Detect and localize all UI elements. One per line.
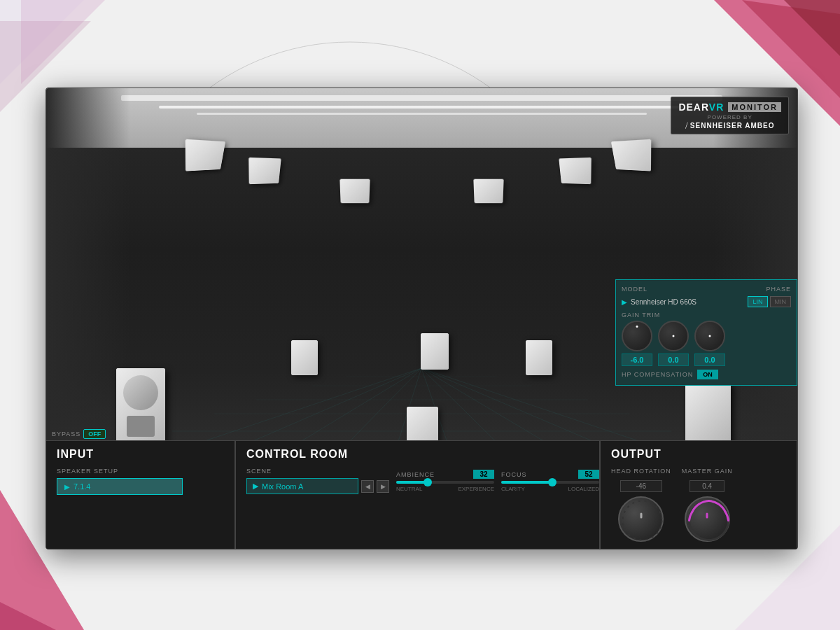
bypass-area: BYPASS OFF (52, 429, 106, 439)
gain-trim-group: -6.0 (622, 321, 652, 366)
logo-area: DEARVR MONITOR POWERED BY ⧸ SENNHEISER A… (671, 97, 789, 134)
speaker-top-left-2 (249, 158, 281, 185)
speaker-mid-left (291, 340, 318, 375)
speaker-setup-label: SPEAKER SETUP (57, 468, 224, 475)
gain-trim-value: -6.0 (622, 354, 652, 366)
speaker-side-left (116, 368, 165, 452)
gain-trim-knob[interactable] (622, 321, 652, 351)
speaker-mid-center (421, 333, 449, 370)
experience-label: EXPERIENCE (458, 486, 494, 492)
knob-indicator (640, 512, 642, 518)
speaker-setup-btn[interactable]: ▶ 7.1.4 (57, 478, 183, 495)
hp-knob3-value: 0.0 (694, 354, 725, 366)
logo-monitor: MONITOR (728, 102, 781, 112)
speaker-top-center-left (340, 179, 370, 204)
master-gain-group: MASTER GAIN 0.4 (682, 468, 733, 542)
hp-panel: MODEL PHASE ▶ Sennheiser HD 660S LIN MIN… (615, 279, 797, 386)
hp-comp-on[interactable]: ON (697, 370, 718, 379)
logo-slash: ⧸ (685, 122, 688, 130)
knob-ticks (620, 498, 665, 543)
bypass-label: BYPASS (52, 430, 80, 438)
bypass-state[interactable]: OFF (83, 429, 106, 439)
plugin-window: DEARVR MONITOR POWERED BY ⧸ SENNHEISER A… (46, 88, 798, 550)
hp-comp-row: HP COMPENSATION ON (622, 370, 791, 379)
model-arrow: ▶ (622, 298, 627, 306)
phase-buttons: LIN MIN (748, 296, 791, 307)
control-room-section: CONTROL ROOM SCENE ▶ Mix Room A ◀ ▶ (236, 441, 600, 549)
input-title: INPUT (57, 448, 224, 461)
output-section: OUTPUT HEAD ROTATION -46 (601, 441, 797, 549)
logo-brand: SENNHEISER AMBEO (690, 122, 775, 130)
scene-selector[interactable]: ▶ Mix Room A (246, 478, 358, 494)
master-gain-label: MASTER GAIN (682, 468, 733, 475)
speaker-top-right-2 (559, 158, 591, 185)
neutral-label: NEUTRAL (396, 486, 422, 492)
speaker-top-right-1 (612, 141, 650, 172)
focus-container: FOCUS 52 CLARITY LOCALIZED (501, 470, 599, 492)
scene-value: Mix Room A (262, 482, 303, 491)
focus-slider[interactable] (501, 481, 599, 484)
model-value: Sennheiser HD 660S (631, 298, 744, 306)
hp-comp-label: HP COMPENSATION (622, 371, 693, 378)
speaker-setup-value: 7.1.4 (74, 482, 90, 491)
master-gain-knob[interactable] (685, 496, 730, 542)
head-rotation-value: -46 (620, 480, 662, 492)
model-label: MODEL (622, 286, 648, 293)
control-panel: INPUT SPEAKER SETUP ▶ 7.1.4 CONTROL ROOM… (46, 440, 797, 549)
ambience-label: AMBIENCE (396, 471, 435, 478)
hp-knob3-group: 0.0 (694, 321, 725, 366)
phase-label: PHASE (766, 286, 791, 293)
ambience-container: AMBIENCE 32 NEUTRAL EXPERIENCE (396, 470, 494, 492)
focus-value: 52 (578, 470, 599, 479)
output-title: OUTPUT (611, 448, 786, 461)
phase-lin-btn[interactable]: LIN (748, 296, 767, 307)
clarity-label: CLARITY (501, 486, 525, 492)
input-section: INPUT SPEAKER SETUP ▶ 7.1.4 (46, 441, 235, 549)
room-viewport: DEARVR MONITOR POWERED BY ⧸ SENNHEISER A… (46, 88, 797, 494)
scene-label: SCENE (246, 468, 389, 475)
control-room-title: CONTROL ROOM (246, 448, 589, 461)
master-gain-value: 0.4 (690, 480, 724, 492)
logo-powered: POWERED BY (678, 114, 781, 120)
scene-arrow: ▶ (253, 482, 258, 491)
output-row: HEAD ROTATION -46 MASTER GA (611, 468, 786, 542)
gain-knob-indicator (706, 512, 708, 518)
focus-label: FOCUS (501, 471, 527, 478)
speaker-top-left-1 (186, 141, 225, 172)
logo-dear: DEARVR (678, 102, 724, 113)
speaker-mid-right (526, 340, 552, 375)
focus-fill (501, 481, 552, 484)
scene-next-btn[interactable]: ▶ (377, 480, 389, 493)
scene-prev-btn[interactable]: ◀ (361, 480, 374, 493)
hp-knob2-value: 0.0 (658, 354, 689, 366)
phase-min-btn[interactable]: MIN (770, 296, 792, 307)
ambience-thumb[interactable] (424, 478, 432, 486)
hp-model-row: ▶ Sennheiser HD 660S LIN MIN (622, 296, 791, 307)
ambience-slider[interactable] (396, 481, 494, 484)
head-rotation-group: HEAD ROTATION -46 (611, 468, 671, 542)
svg-point-28 (623, 501, 662, 540)
knob-ring-svg (686, 498, 732, 543)
head-rotation-label: HEAD ROTATION (611, 468, 671, 475)
hp-knob-row: -6.0 0.0 0.0 (622, 321, 791, 366)
ambience-value: 32 (473, 470, 494, 479)
hp-knob3[interactable] (694, 321, 725, 351)
focus-thumb[interactable] (548, 478, 556, 486)
gain-trim-label: GAIN TRIM (622, 312, 660, 318)
hp-knob2[interactable] (658, 321, 689, 351)
hp-knob2-group: 0.0 (658, 321, 689, 366)
localized-label: LOCALIZED (568, 486, 599, 492)
head-rotation-knob[interactable] (618, 496, 664, 542)
speaker-arrow-icon: ▶ (64, 483, 70, 491)
speaker-top-center-right (474, 179, 503, 204)
